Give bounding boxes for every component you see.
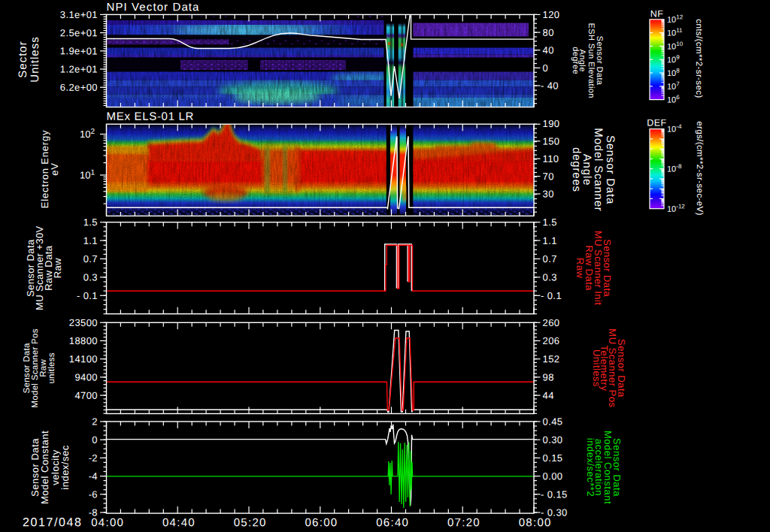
svg-text:Unitless: Unitless [591,349,602,387]
svg-text:44: 44 [542,390,553,401]
svg-text:cnts/(cm**2-sr-sec): cnts/(cm**2-sr-sec) [694,19,703,98]
svg-text:degrees: degrees [570,147,583,192]
svg-text:2017/048: 2017/048 [23,516,83,529]
svg-text:0: 0 [92,434,98,446]
svg-text:degree: degree [571,47,580,74]
svg-text:260: 260 [542,317,559,328]
svg-text:98: 98 [542,372,553,383]
svg-text:150: 150 [542,135,559,147]
svg-text:DEF: DEF [647,117,667,128]
svg-text:04:00: 04:00 [91,516,124,529]
svg-text:0.7: 0.7 [83,253,98,264]
svg-text:0.7: 0.7 [542,253,556,264]
svg-text:-2: -2 [89,452,98,464]
svg-text:110: 110 [542,153,559,165]
svg-text:NF: NF [650,8,664,19]
svg-text:Sensor Data: Sensor Data [604,135,617,204]
svg-text:0.15: 0.15 [542,452,562,464]
svg-text:0.45: 0.45 [542,416,562,428]
svg-text:04:40: 04:40 [162,516,196,529]
svg-text:0.3: 0.3 [83,271,98,283]
svg-text:-8: -8 [89,507,98,518]
svg-text:2.5e+01: 2.5e+01 [60,27,98,38]
svg-text:0.30: 0.30 [542,434,562,446]
svg-text:0.3: 0.3 [542,272,556,283]
svg-text:70: 70 [542,171,553,182]
svg-text:1.9e+01: 1.9e+01 [60,45,98,56]
svg-text:08:00: 08:00 [519,516,552,529]
svg-text:Sector: Sector [17,41,29,77]
svg-text:06:00: 06:00 [305,516,338,529]
svg-text:6.2e+00: 6.2e+00 [60,82,98,93]
svg-text:4700: 4700 [74,390,98,401]
svg-text:18800: 18800 [69,335,98,346]
svg-text:Raw: Raw [52,258,63,278]
svg-text:30: 30 [542,189,553,200]
svg-text:-4: -4 [89,470,98,482]
svg-text:1.5: 1.5 [83,216,98,228]
svg-text:152: 152 [542,353,559,364]
svg-text:80: 80 [542,27,553,38]
svg-text:06:40: 06:40 [376,516,409,529]
svg-text:1.2e+01: 1.2e+01 [60,64,98,75]
svg-text:1.1: 1.1 [542,235,556,246]
svg-text:Unitless: Unitless [29,36,41,82]
svg-text:unitless: unitless [48,352,57,383]
svg-text:3.1e+01: 3.1e+01 [60,9,98,20]
svg-text:- 0.1: - 0.1 [541,290,562,301]
svg-text:MEx ELS-01 LR: MEx ELS-01 LR [106,110,194,123]
svg-text:07:20: 07:20 [447,516,480,529]
svg-text:- 0.30: - 0.30 [541,507,568,518]
svg-text:206: 206 [542,335,559,346]
svg-text:- 40: - 40 [541,80,559,92]
svg-text:1.5: 1.5 [542,216,556,228]
svg-text:23500: 23500 [69,317,98,328]
svg-text:Sensor Data: Sensor Data [23,343,32,394]
svg-text:14100: 14100 [69,353,98,364]
svg-text:index/sec**2: index/sec**2 [585,438,596,497]
svg-text:190: 190 [542,118,559,129]
svg-text:- 0.1: - 0.1 [77,290,98,301]
svg-text:index/sec: index/sec [59,445,71,489]
svg-text:05:20: 05:20 [234,516,267,529]
svg-text:eV: eV [49,162,60,176]
svg-text:0.00: 0.00 [542,470,562,482]
svg-text:40: 40 [542,44,553,56]
svg-text:-6: -6 [89,488,98,500]
svg-text:9400: 9400 [74,371,98,382]
svg-text:0: 0 [542,62,548,74]
svg-text:1.1: 1.1 [83,235,98,246]
svg-text:ESH Sun Elevation: ESH Sun Elevation [587,23,596,98]
svg-text:120: 120 [542,9,559,20]
svg-text:ergs/(cm**2-sr-sec-eV): ergs/(cm**2-sr-sec-eV) [695,121,704,216]
svg-text:NPI Vector Data: NPI Vector Data [106,1,199,14]
svg-text:- 0.15: - 0.15 [541,488,568,500]
svg-text:Raw: Raw [574,258,586,278]
svg-text:2: 2 [92,416,98,428]
